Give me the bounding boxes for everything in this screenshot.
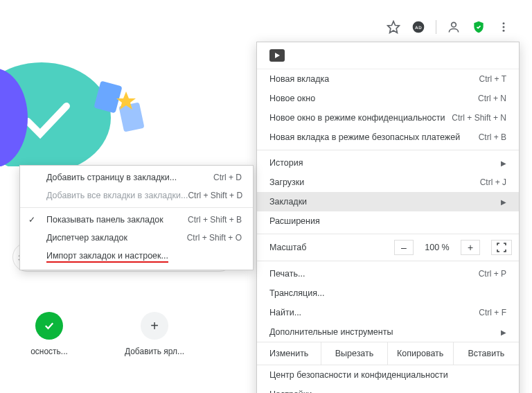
plus-icon: + <box>141 312 168 340</box>
menu-item-shortcut: Ctrl + T <box>479 74 506 84</box>
svg-marker-0 <box>388 21 400 33</box>
menu-new-tab[interactable]: Новая вкладка Ctrl + T <box>257 69 519 89</box>
menu-cast-header[interactable] <box>257 42 519 69</box>
menu-secure-payments[interactable]: Новая вкладка в режиме безопасных платеж… <box>257 128 519 147</box>
menu-item-label: Новое окно в режиме конфиденциальности <box>269 113 445 123</box>
zoom-in-button[interactable]: + <box>461 240 480 255</box>
svg-marker-12 <box>275 53 280 58</box>
svg-point-3 <box>452 22 456 27</box>
menu-history[interactable]: История ▶ <box>257 153 519 173</box>
chrome-menu: Новая вкладка Ctrl + T Новое окно Ctrl +… <box>256 42 520 393</box>
menu-item-shortcut: Ctrl + Shift + N <box>452 113 506 123</box>
cut-button[interactable]: Вырезать <box>321 342 387 365</box>
shortcut-label: осность... <box>30 347 68 356</box>
toolbar-divider <box>436 20 436 34</box>
zoom-out-button[interactable]: – <box>394 240 414 255</box>
menu-item-shortcut: Ctrl + N <box>478 94 506 103</box>
menu-item-shortcut: Ctrl + B <box>479 132 506 142</box>
hero-illustration <box>0 55 152 166</box>
submenu-label: Диспетчер закладок <box>46 233 127 243</box>
menu-item-label: Настройки <box>269 390 312 393</box>
more-vert-icon[interactable] <box>496 19 511 35</box>
play-square-icon <box>269 49 285 62</box>
svg-point-5 <box>503 26 505 28</box>
menu-edit-row: Изменить Вырезать Копировать Вставить <box>257 342 519 365</box>
svg-text:ᴀᴅ: ᴀᴅ <box>415 24 422 30</box>
menu-item-label: Печать... <box>269 269 305 279</box>
menu-item-shortcut: Ctrl + J <box>480 177 506 187</box>
shortcut-row: осность... + Добавить ярл... <box>18 312 186 356</box>
menu-incognito[interactable]: Новое окно в режиме конфиденциальности C… <box>257 108 519 128</box>
svg-point-4 <box>503 22 505 24</box>
menu-item-label: Загрузки <box>269 177 304 187</box>
menu-item-label: Новая вкладка в режиме безопасных платеж… <box>269 132 460 142</box>
submenu-label: Показывать панель закладок <box>46 215 163 225</box>
submenu-label: Добавить страницу в закладки... <box>46 173 177 182</box>
shortcut-label: Добавить ярл... <box>125 347 184 356</box>
shield-icon[interactable] <box>471 19 486 35</box>
menu-security-center[interactable]: Центр безопасности и конфиденциальности <box>257 365 519 385</box>
menu-settings[interactable]: Настройки <box>257 385 519 393</box>
profile-icon[interactable] <box>446 19 461 35</box>
submenu-show-bookmarks-bar[interactable]: ✓ Показывать панель закладок Ctrl + Shif… <box>20 211 253 229</box>
submenu-shortcut: Ctrl + Shift + O <box>187 233 242 243</box>
shortcut-add[interactable]: + Добавить ярл... <box>123 312 186 356</box>
chevron-right-icon: ▶ <box>501 198 506 206</box>
submenu-shortcut: Ctrl + D <box>213 173 242 182</box>
svg-point-6 <box>503 30 505 32</box>
menu-item-label: Новая вкладка <box>269 74 329 84</box>
zoom-label: Масштаб <box>269 243 389 252</box>
extension-shield-icon[interactable]: ᴀᴅ <box>411 19 426 35</box>
menu-zoom: Масштаб – 100 % + <box>257 237 519 258</box>
submenu-label: Импорт закладок и настроек... <box>46 251 168 263</box>
zoom-value: 100 % <box>419 243 455 252</box>
submenu-label: Добавить все вкладки в закладки... <box>46 191 188 200</box>
menu-more-tools[interactable]: Дополнительные инструменты ▶ <box>257 322 519 342</box>
check-circle-icon <box>35 312 63 340</box>
menu-item-shortcut: Ctrl + F <box>479 308 506 317</box>
menu-separator <box>257 261 519 261</box>
menu-separator <box>257 150 519 150</box>
menu-bookmarks[interactable]: Закладки ▶ <box>257 192 519 211</box>
menu-item-label: Закладки <box>269 197 307 207</box>
submenu-shortcut: Ctrl + Shift + B <box>188 215 242 225</box>
menu-cast[interactable]: Трансляция... <box>257 283 519 303</box>
submenu-import-bookmarks[interactable]: Импорт закладок и настроек... <box>20 247 253 267</box>
submenu-shortcut: Ctrl + Shift + D <box>188 191 242 200</box>
menu-extensions[interactable]: Расширения <box>257 211 519 231</box>
menu-print[interactable]: Печать... Ctrl + P <box>257 264 519 283</box>
menu-item-label: Новое окно <box>269 94 315 103</box>
star-icon[interactable] <box>386 19 401 35</box>
chevron-right-icon: ▶ <box>501 159 506 167</box>
menu-find[interactable]: Найти... Ctrl + F <box>257 303 519 322</box>
menu-item-label: Центр безопасности и конфиденциальности <box>269 370 448 380</box>
bookmarks-submenu: Добавить страницу в закладки... Ctrl + D… <box>19 165 254 270</box>
checkmark-icon: ✓ <box>28 215 35 225</box>
menu-item-shortcut: Ctrl + P <box>479 269 506 279</box>
submenu-add-all-tabs: Добавить все вкладки в закладки... Ctrl … <box>20 186 253 204</box>
menu-new-window[interactable]: Новое окно Ctrl + N <box>257 89 519 108</box>
menu-separator <box>257 234 519 234</box>
menu-item-label: Дополнительные инструменты <box>269 327 393 337</box>
menu-item-label: Трансляция... <box>269 288 324 298</box>
fullscreen-button[interactable] <box>491 240 512 255</box>
chevron-right-icon: ▶ <box>501 329 506 336</box>
edit-label: Изменить <box>257 342 321 365</box>
menu-item-label: Расширения <box>269 216 320 226</box>
paste-button[interactable]: Вставить <box>453 342 519 365</box>
menu-item-label: История <box>269 158 303 168</box>
browser-toolbar: ᴀᴅ <box>386 19 511 35</box>
shortcut-security[interactable]: осность... <box>18 312 80 356</box>
menu-separator <box>20 207 253 208</box>
menu-downloads[interactable]: Загрузки Ctrl + J <box>257 173 519 192</box>
svg-rect-8 <box>94 81 122 114</box>
copy-button[interactable]: Копировать <box>387 342 453 365</box>
submenu-bookmark-manager[interactable]: Диспетчер закладок Ctrl + Shift + O <box>20 229 253 247</box>
submenu-add-page[interactable]: Добавить страницу в закладки... Ctrl + D <box>20 168 253 186</box>
menu-item-label: Найти... <box>269 308 301 317</box>
